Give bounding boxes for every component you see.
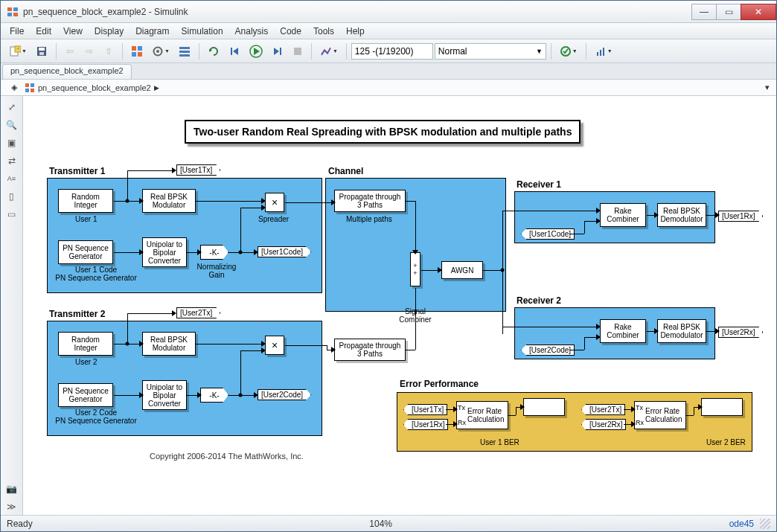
maximize-button[interactable]: ▭ xyxy=(716,4,741,20)
rx1-rake[interactable]: Rake Combiner xyxy=(600,203,646,227)
menu-code[interactable]: Code xyxy=(274,25,307,38)
menu-view[interactable]: View xyxy=(57,25,89,38)
tab-model[interactable]: pn_sequence_block_example2 xyxy=(2,64,132,79)
err-u2rx[interactable]: [User2Rx] xyxy=(581,419,626,430)
build-button[interactable]: ▼ xyxy=(556,42,581,60)
rx2-rake[interactable]: Rake Combiner xyxy=(600,319,646,343)
channel-prop1[interactable]: Propagate through 3 Paths xyxy=(334,190,406,212)
image-tool[interactable]: ▯ xyxy=(4,188,20,205)
mode-select[interactable]: Normal▼ xyxy=(435,43,546,60)
tx1-pn-sub: User 1 Code PN Sequence Generator xyxy=(51,266,141,282)
svg-rect-2 xyxy=(7,13,12,16)
stop-button[interactable] xyxy=(289,42,307,60)
nav-target-button[interactable]: ◈ xyxy=(4,83,25,92)
menu-file[interactable]: File xyxy=(4,25,30,38)
breadcrumb-dropdown[interactable]: ▾ xyxy=(761,83,773,92)
run-button[interactable] xyxy=(246,42,266,60)
tx2-gain[interactable]: -K- xyxy=(200,388,228,403)
fit-tool[interactable]: ▣ xyxy=(4,135,20,151)
step-back-button[interactable] xyxy=(225,42,244,60)
window-title: pn_sequence_block_example2 - Simulink xyxy=(23,7,692,17)
svg-rect-26 xyxy=(603,48,604,56)
err-u2tx[interactable]: [User2Tx] xyxy=(581,404,625,415)
signal-combiner[interactable]: ++ xyxy=(410,252,421,286)
tx1-gain-sub: Normalizing Gain xyxy=(194,263,239,279)
err-disp1[interactable] xyxy=(523,398,565,416)
annotation-tool[interactable]: A≡ xyxy=(4,170,20,187)
update-diagram-button[interactable] xyxy=(204,42,223,60)
record-button[interactable]: ▼ xyxy=(316,42,342,60)
breadcrumb-model[interactable]: pn_sequence_block_example2 xyxy=(38,83,151,92)
canvas[interactable]: Two-user Random Real Spreading with BPSK… xyxy=(23,96,776,515)
svg-rect-21 xyxy=(280,48,281,55)
menu-simulation[interactable]: Simulation xyxy=(176,25,229,38)
up-button[interactable]: ⇧ xyxy=(100,42,118,60)
err-rx-pin1: Rx xyxy=(458,419,466,426)
deploy-button[interactable]: ▼ xyxy=(591,42,616,60)
rx1-from-code[interactable]: [User1Code] xyxy=(521,228,575,240)
rx1-demod[interactable]: Real BPSK Demodulator xyxy=(657,203,706,227)
minimize-button[interactable]: — xyxy=(691,4,717,20)
menu-diagram[interactable]: Diagram xyxy=(130,25,175,38)
svg-text:+: + xyxy=(16,45,20,52)
tx2-modulator[interactable]: Real BPSK Modulator xyxy=(142,332,196,356)
rx1-goto-rx[interactable]: [User1Rx] xyxy=(718,211,763,222)
screenshot-tool[interactable]: 📷 xyxy=(4,481,20,497)
menu-display[interactable]: Display xyxy=(89,25,130,38)
tx1-unibi[interactable]: Unipolar to Bipolar Converter xyxy=(142,237,187,267)
tx2-goto-tx[interactable]: [User2Tx] xyxy=(176,307,220,318)
tx1-spreader[interactable]: × xyxy=(265,193,284,212)
svg-rect-16 xyxy=(179,47,190,49)
awgn-block[interactable]: AWGN xyxy=(441,261,483,279)
tx1-goto-tx[interactable]: [User1Tx] xyxy=(176,164,220,176)
library-browser-button[interactable] xyxy=(127,42,147,60)
model-explorer-button[interactable] xyxy=(175,42,194,60)
rx2-goto-rx[interactable]: [User2Rx] xyxy=(718,327,763,338)
tx1-goto-code[interactable]: [User1Code] xyxy=(258,246,311,257)
menu-analysis[interactable]: Analysis xyxy=(229,25,275,38)
tx2-spreader[interactable]: × xyxy=(265,336,284,355)
tx2-pn[interactable]: PN Sequence Generator xyxy=(58,383,113,407)
breadcrumb-chevron-icon[interactable]: ▶ xyxy=(154,84,159,92)
close-button[interactable]: ✕ xyxy=(741,4,776,20)
tx1-rand-sub: User 1 xyxy=(75,215,97,223)
svg-rect-12 xyxy=(132,52,136,57)
back-button[interactable]: ⇦ xyxy=(61,42,79,60)
channel-prop2[interactable]: Propagate through 3 Paths xyxy=(334,339,406,361)
err-rx-pin2: Rx xyxy=(636,419,644,426)
err-tx-pin2: Tx xyxy=(636,404,643,411)
tx2-goto-code[interactable]: [User2Code] xyxy=(258,389,311,400)
tx1-modulator[interactable]: Real BPSK Modulator xyxy=(142,189,196,213)
tx1-pn[interactable]: PN Sequence Generator xyxy=(58,240,113,264)
status-solver[interactable]: ode45 xyxy=(729,519,754,529)
area-tool[interactable]: ▭ xyxy=(4,206,20,222)
err-u1tx[interactable]: [User1Tx] xyxy=(403,404,447,415)
window-frame: pn_sequence_block_example2 - Simulink — … xyxy=(0,0,777,532)
rx2-from-code[interactable]: [User2Code] xyxy=(521,344,575,356)
menubar: File Edit View Display Diagram Simulatio… xyxy=(1,23,776,39)
step-forward-button[interactable] xyxy=(268,42,287,60)
menu-tools[interactable]: Tools xyxy=(307,25,340,38)
svg-rect-19 xyxy=(231,48,232,55)
tx1-random-integer[interactable]: Random Integer xyxy=(58,189,113,213)
new-model-button[interactable]: +▼ xyxy=(5,42,31,60)
menu-help[interactable]: Help xyxy=(340,25,371,38)
err-group[interactable] xyxy=(397,392,752,452)
menu-edit[interactable]: Edit xyxy=(30,25,57,38)
stop-time-input[interactable] xyxy=(351,43,433,60)
resize-gripper[interactable] xyxy=(760,519,770,529)
svg-rect-22 xyxy=(294,48,301,55)
save-button[interactable] xyxy=(32,42,51,60)
model-config-button[interactable]: ▼ xyxy=(148,42,173,60)
err-disp2[interactable] xyxy=(701,398,743,416)
tx2-random-integer[interactable]: Random Integer xyxy=(58,332,113,356)
zoom-tool[interactable]: 🔍 xyxy=(4,117,20,133)
rx2-demod[interactable]: Real BPSK Demodulator xyxy=(657,319,706,343)
tx2-unibi[interactable]: Unipolar to Bipolar Converter xyxy=(142,380,187,410)
forward-button[interactable]: ⇨ xyxy=(80,42,98,60)
err-u1rx[interactable]: [User1Rx] xyxy=(403,419,448,430)
sample-time-tool[interactable]: ⇄ xyxy=(4,153,20,169)
pan-tool[interactable]: ⤢ xyxy=(4,99,20,115)
tx1-gain[interactable]: -K- xyxy=(200,245,228,260)
more-tool[interactable]: ≫ xyxy=(4,499,20,515)
